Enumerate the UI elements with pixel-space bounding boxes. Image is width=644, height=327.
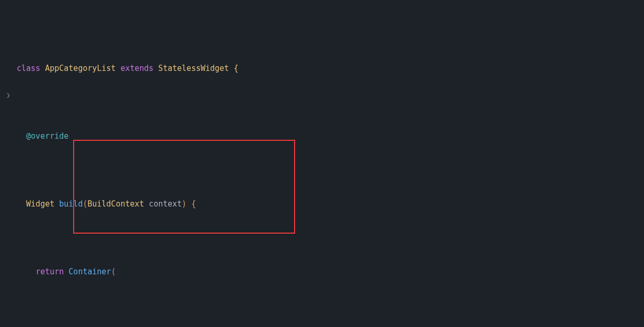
code-line[interactable]: @override <box>17 129 644 143</box>
class-name: StatelessWidget <box>158 64 229 73</box>
keyword: class <box>17 64 40 73</box>
code-line[interactable]: return Container( <box>17 265 644 278</box>
annotation-box <box>73 140 295 234</box>
type-name: BuildContext <box>87 199 144 209</box>
editor-content[interactable]: class AppCategoryList extends StatelessW… <box>17 0 644 327</box>
code-editor[interactable]: ❯ class AppCategoryList extends Stateles… <box>0 0 644 327</box>
code-line[interactable]: class AppCategoryList extends StatelessW… <box>17 62 644 75</box>
editor-gutter: ❯ <box>0 0 17 327</box>
gutter-lightbulb-icon[interactable]: ❯ <box>0 89 17 102</box>
keyword: return <box>36 267 64 276</box>
type-name: Widget <box>26 199 54 209</box>
param: context <box>149 199 182 209</box>
ctor: Container <box>68 267 111 276</box>
annotation: @override <box>26 131 68 141</box>
class-name: AppCategoryList <box>45 64 115 73</box>
keyword: extends <box>121 64 154 73</box>
method-name: build <box>59 199 83 209</box>
code-line[interactable]: Widget build(BuildContext context) { <box>17 197 644 211</box>
